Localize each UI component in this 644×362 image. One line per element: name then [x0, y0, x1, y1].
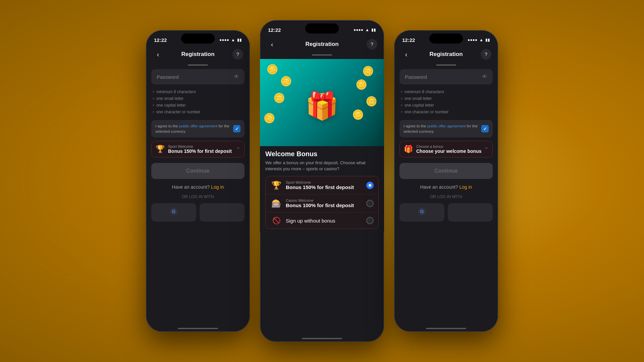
back-button-right[interactable]: ‹ [401, 49, 412, 60]
no-bonus-text: Sign up without bonus [286, 218, 363, 224]
sport-bonus-label: Sport Welcome [286, 180, 363, 184]
validation-list-left: minimum 8 characters one small letter on… [151, 88, 245, 115]
checkbox-text-left: I agree to the public offer agreement fo… [155, 123, 230, 134]
casino-icon-center: 🎰 [270, 199, 282, 208]
bonus-label-left: Sport Welcome [168, 144, 232, 148]
checkbox-row-left[interactable]: I agree to the public offer agreement fo… [151, 120, 245, 137]
phones-container: 12:22 ●●●● ▲ ▮▮ ‹ Registration ? Passwor… [0, 0, 644, 362]
apple-button-left[interactable] [200, 203, 245, 222]
eye-icon-left[interactable]: 👁 [234, 74, 239, 80]
or-divider-right: OR LOG IN WITH [399, 194, 493, 199]
checkbox-text-right: I agree to the public offer agreement fo… [404, 123, 478, 134]
signal-icon-left: ●●●● [219, 38, 229, 42]
home-indicator-right [426, 328, 466, 329]
sport-bonus-option[interactable]: 🏆 Sport Welcome Bonus 150% for first dep… [266, 176, 378, 194]
public-offer-link-left[interactable]: public offer agreement [179, 124, 217, 128]
eye-icon-right[interactable]: 👁 [482, 74, 487, 80]
coin-3: 🪙 [279, 75, 292, 88]
swipe-indicator-left [188, 64, 208, 66]
validation-list-right: minimum 8 characters one small letter on… [399, 88, 493, 115]
social-row-right: G [399, 203, 493, 222]
status-icons-center: ●●●● ▲ ▮▮ [354, 27, 376, 32]
trophy-icon-center: 🏆 [270, 181, 282, 190]
signal-icon-center: ●●●● [354, 27, 363, 32]
google-icon-left: G [170, 208, 177, 217]
no-bonus-icon: 🚫 [270, 217, 282, 225]
nav-title-left: Registration [181, 51, 214, 58]
validation-item: one capital letter [153, 102, 243, 109]
bonus-info-right: 🎁 Choose a bonus Choose your welcome bon… [404, 144, 481, 154]
checkbox-right[interactable] [481, 125, 489, 132]
apple-icon-right [467, 208, 474, 217]
gift-icon-right: 🎁 [404, 145, 413, 154]
welcome-desc: We offer a bonus on your first deposit. … [265, 160, 379, 172]
help-icon-center[interactable]: ? [367, 39, 377, 50]
welcome-title: Welcome Bonus [265, 150, 379, 158]
have-account-left: Have an account? Log in [151, 184, 245, 190]
bonus-selector-right[interactable]: 🎁 Choose a bonus Choose your welcome bon… [399, 141, 493, 158]
wifi-icon-center: ▲ [365, 27, 369, 32]
back-button-left[interactable]: ‹ [153, 49, 163, 60]
validation-item: one capital letter [401, 102, 491, 109]
bonus-choose-label-right: Choose a bonus [416, 144, 481, 148]
time-center: 12:22 [268, 27, 281, 33]
no-bonus-option[interactable]: 🚫 Sign up without bonus [266, 213, 378, 229]
status-icons-left: ●●●● ▲ ▮▮ [219, 38, 242, 42]
have-account-right: Have an account? Log in [399, 184, 493, 190]
login-link-left[interactable]: Log in [211, 184, 224, 190]
home-indicator-left [178, 328, 218, 329]
checkbox-left[interactable] [233, 125, 240, 132]
password-placeholder-left: Password [157, 74, 179, 80]
casino-bonus-title: Bonus 100% for first deposit [286, 202, 363, 208]
continue-button-right[interactable]: Continue [399, 163, 493, 179]
validation-item: minimum 8 characters [153, 88, 243, 95]
time-right: 12:22 [402, 37, 415, 43]
password-field-right[interactable]: Password 👁 [399, 69, 493, 84]
coin-6: 🪙 [366, 96, 377, 107]
home-indicator-center [302, 338, 342, 339]
apple-button-right[interactable] [448, 203, 493, 222]
public-offer-link-right[interactable]: public offer agreement [427, 124, 466, 128]
bonus-selector-left[interactable]: 🏆 Sport Welcome Bonus 150% for first dep… [151, 141, 245, 158]
casino-bonus-label: Casino Welcome [286, 198, 363, 202]
coin-8: 🪙 [351, 108, 365, 122]
checkbox-row-right[interactable]: I agree to the public offer agreement fo… [399, 120, 493, 137]
continue-button-left[interactable]: Continue [151, 163, 245, 179]
battery-icon-center: ▮▮ [371, 27, 376, 32]
back-button-center[interactable]: ‹ [267, 39, 277, 50]
no-bonus-radio[interactable] [366, 217, 374, 224]
casino-radio[interactable] [366, 200, 374, 207]
nav-right: ‹ Registration ? [394, 46, 498, 62]
google-button-left[interactable]: G [151, 203, 196, 222]
swipe-indicator-right [436, 64, 456, 66]
battery-icon-left: ▮▮ [237, 38, 242, 42]
validation-item: one character or number [401, 109, 491, 115]
welcome-image: 🪙 🪙 🪙 🪙 🪙 🪙 🪙 🪙 🎁 [260, 59, 384, 146]
sport-bonus-title: Bonus 150% for first deposit [286, 184, 363, 190]
casino-bonus-text: Casino Welcome Bonus 100% for first depo… [286, 198, 363, 208]
casino-bonus-option[interactable]: 🎰 Casino Welcome Bonus 100% for first de… [266, 194, 378, 213]
coin-1: 🪙 [265, 62, 280, 77]
validation-item: one character or number [153, 109, 243, 115]
coin-2: 🪙 [361, 64, 375, 78]
coin-4: 🪙 [355, 78, 368, 91]
password-field-left[interactable]: Password 👁 [151, 69, 245, 84]
time-left: 12:22 [154, 37, 167, 43]
nav-title-right: Registration [429, 51, 463, 58]
nav-title-center: Registration [305, 41, 338, 48]
help-icon-left[interactable]: ? [232, 49, 243, 60]
bonus-info-left: 🏆 Sport Welcome Bonus 150% for first dep… [156, 144, 232, 154]
help-icon-right[interactable]: ? [481, 49, 491, 60]
wifi-icon-left: ▲ [231, 38, 235, 42]
battery-icon-right: ▮▮ [485, 38, 490, 42]
dynamic-island-left [181, 34, 215, 44]
login-link-right[interactable]: Log in [459, 184, 472, 190]
sport-radio[interactable] [366, 182, 374, 189]
signal-icon-right: ●●●● [468, 38, 477, 42]
google-button-right[interactable]: G [399, 203, 444, 222]
social-row-left: G [151, 203, 245, 222]
screen-content-center: 🪙 🪙 🪙 🪙 🪙 🪙 🪙 🪙 🎁 Welcome Bonus We offer… [260, 59, 384, 232]
password-placeholder-right: Password [405, 74, 427, 80]
chevron-icon-right: ⌃ [484, 146, 488, 152]
gift-box-image: 🎁 [305, 90, 339, 122]
